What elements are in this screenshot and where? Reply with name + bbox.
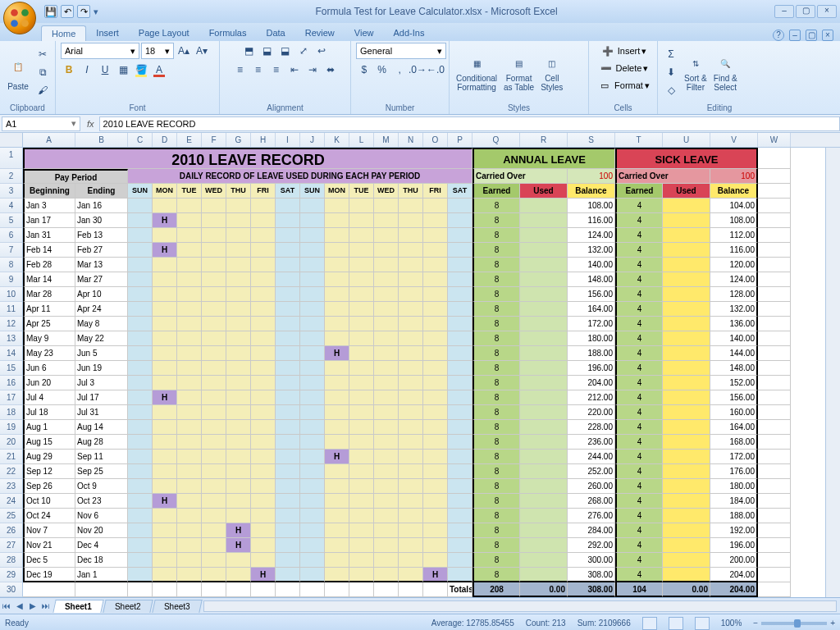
name-box[interactable]: A1▾ [2, 116, 80, 131]
qat-undo-icon[interactable]: ↶ [61, 5, 74, 18]
select-all-corner[interactable] [0, 133, 23, 147]
row-header-29[interactable]: 29 [0, 568, 23, 582]
zoom-in-icon[interactable]: + [830, 619, 835, 628]
row-header-23[interactable]: 23 [0, 479, 23, 494]
row-header-20[interactable]: 20 [0, 435, 23, 450]
tab-next-icon[interactable]: ▶ [26, 601, 39, 610]
ribbon-tab-formulas[interactable]: Formulas [199, 25, 257, 41]
col-header-N[interactable]: N [399, 133, 423, 147]
row-header-4[interactable]: 4 [0, 199, 23, 213]
zoom-slider[interactable]: − + [753, 619, 835, 628]
col-header-I[interactable]: I [276, 133, 300, 147]
qat-redo-icon[interactable]: ↷ [77, 5, 90, 18]
row-header-2[interactable]: 2 [0, 169, 23, 184]
row-header-27[interactable]: 27 [0, 538, 23, 553]
row-header-9[interactable]: 9 [0, 272, 23, 287]
col-header-A[interactable]: A [23, 133, 75, 147]
col-header-S[interactable]: S [568, 133, 615, 147]
number-format-select[interactable]: General▾ [356, 43, 446, 59]
comma-icon[interactable]: , [391, 62, 408, 78]
col-header-C[interactable]: C [128, 133, 153, 147]
clear-icon[interactable]: ◇ [663, 82, 679, 98]
fx-icon[interactable]: fx [82, 119, 99, 129]
underline-button[interactable]: U [97, 62, 113, 78]
col-header-K[interactable]: K [325, 133, 349, 147]
merge-center-icon[interactable]: ⬌ [322, 62, 339, 78]
align-bottom-icon[interactable]: ⬓ [277, 43, 294, 59]
office-button[interactable] [3, 2, 36, 34]
align-middle-icon[interactable]: ⬓ [259, 43, 276, 59]
ribbon-tab-add-ins[interactable]: Add-Ins [383, 25, 434, 41]
ribbon-tab-review[interactable]: Review [295, 25, 345, 41]
row-header-16[interactable]: 16 [0, 376, 23, 390]
row-header-19[interactable]: 19 [0, 420, 23, 435]
col-header-L[interactable]: L [349, 133, 374, 147]
col-header-P[interactable]: P [448, 133, 472, 147]
row-header-6[interactable]: 6 [0, 228, 23, 243]
row-header-3[interactable]: 3 [0, 184, 23, 199]
col-header-V[interactable]: V [710, 133, 758, 147]
decrease-decimal-icon[interactable]: ←.0 [427, 62, 444, 78]
border-button[interactable]: ▦ [115, 62, 131, 78]
increase-indent-icon[interactable]: ⇥ [304, 62, 321, 78]
zoom-out-icon[interactable]: − [753, 619, 758, 628]
bold-button[interactable]: B [61, 62, 77, 78]
row-header-25[interactable]: 25 [0, 509, 23, 523]
align-top-icon[interactable]: ⬒ [241, 43, 258, 59]
sheet-tab-sheet1[interactable]: Sheet1 [52, 600, 103, 613]
percent-icon[interactable]: % [374, 62, 390, 78]
row-header-10[interactable]: 10 [0, 287, 23, 302]
tab-last-icon[interactable]: ⏭ [39, 601, 52, 610]
col-header-B[interactable]: B [75, 133, 128, 147]
horizontal-scrollbar[interactable] [203, 600, 837, 612]
increase-decimal-icon[interactable]: .0→ [409, 62, 426, 78]
col-header-J[interactable]: J [300, 133, 325, 147]
font-color-button[interactable]: A [151, 62, 167, 78]
align-center-icon[interactable]: ≡ [250, 62, 267, 78]
grow-font-icon[interactable]: A▴ [176, 43, 192, 59]
col-header-D[interactable]: D [153, 133, 177, 147]
ribbon-close-icon[interactable]: × [822, 30, 833, 41]
row-header-8[interactable]: 8 [0, 258, 23, 272]
currency-icon[interactable]: $ [356, 62, 372, 78]
ribbon-tab-insert[interactable]: Insert [86, 25, 129, 41]
close-button[interactable]: × [817, 5, 837, 18]
col-header-E[interactable]: E [177, 133, 202, 147]
qat-save-icon[interactable]: 💾 [44, 5, 57, 18]
format-painter-icon[interactable]: 🖌 [34, 82, 51, 98]
row-header-18[interactable]: 18 [0, 405, 23, 420]
autosum-icon[interactable]: Σ [663, 46, 679, 62]
italic-button[interactable]: I [79, 62, 95, 78]
format-as-table-button[interactable]: ▤Format as Table [502, 52, 536, 92]
fill-icon[interactable]: ⬇ [663, 64, 679, 80]
delete-cells-button[interactable]: ➖Delete▾ [598, 60, 649, 76]
tab-first-icon[interactable]: ⏮ [0, 601, 13, 610]
col-header-F[interactable]: F [202, 133, 226, 147]
sheet-tab-sheet2[interactable]: Sheet2 [103, 600, 153, 613]
row-header-11[interactable]: 11 [0, 302, 23, 317]
shrink-font-icon[interactable]: A▾ [194, 43, 210, 59]
view-pagebreak-icon[interactable] [695, 617, 710, 630]
fill-color-button[interactable]: 🪣 [133, 62, 149, 78]
paste-button[interactable]: 📋 Paste [5, 54, 31, 91]
row-header-1[interactable]: 1 [0, 148, 23, 169]
help-icon[interactable]: ? [773, 30, 784, 41]
orientation-icon[interactable]: ⤢ [295, 43, 312, 59]
row-header-24[interactable]: 24 [0, 494, 23, 509]
col-header-U[interactable]: U [663, 133, 710, 147]
col-header-G[interactable]: G [226, 133, 251, 147]
vertical-scrollbar[interactable] [825, 148, 840, 597]
cut-icon[interactable]: ✂ [34, 46, 51, 62]
align-right-icon[interactable]: ≡ [268, 62, 285, 78]
spreadsheet-grid[interactable]: 2010 LEAVE RECORDANNUAL LEAVESICK LEAVEP… [23, 148, 825, 597]
row-header-13[interactable]: 13 [0, 331, 23, 346]
align-left-icon[interactable]: ≡ [232, 62, 249, 78]
decrease-indent-icon[interactable]: ⇤ [286, 62, 303, 78]
ribbon-tab-page-layout[interactable]: Page Layout [129, 25, 199, 41]
ribbon-tab-data[interactable]: Data [256, 25, 294, 41]
row-header-5[interactable]: 5 [0, 213, 23, 228]
row-header-26[interactable]: 26 [0, 523, 23, 538]
col-header-M[interactable]: M [374, 133, 399, 147]
col-header-T[interactable]: T [615, 133, 663, 147]
restore-button[interactable]: ▢ [796, 5, 815, 18]
